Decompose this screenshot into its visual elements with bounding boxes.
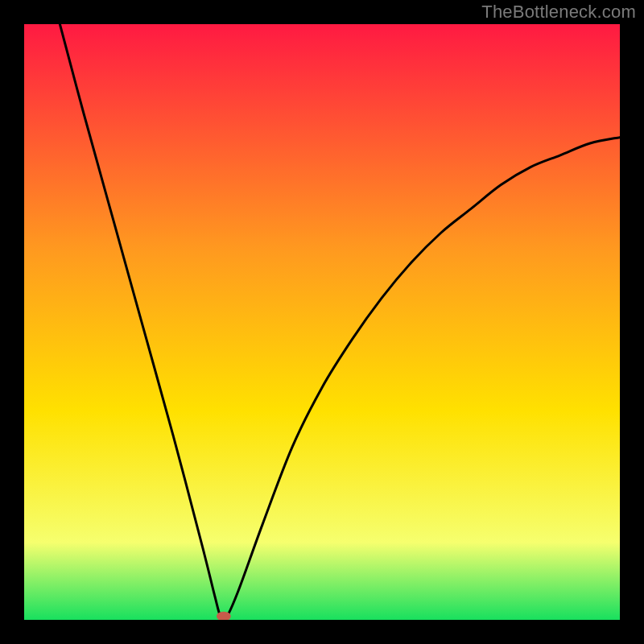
chart-plot-area [24,24,620,620]
outer-frame: TheBottleneck.com [0,0,644,644]
chart-svg [24,24,620,620]
watermark-text: TheBottleneck.com [481,2,636,23]
gradient-background [24,24,620,620]
